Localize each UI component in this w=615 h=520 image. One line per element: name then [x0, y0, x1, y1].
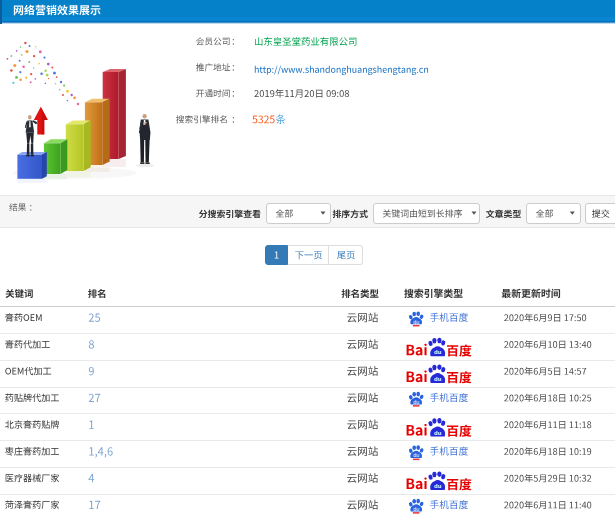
svg-text:du: du	[413, 452, 419, 458]
svg-text:du: du	[434, 349, 442, 355]
svg-text:du: du	[413, 399, 419, 405]
svg-text:du: du	[434, 430, 442, 436]
svg-text:du: du	[434, 376, 442, 382]
svg-text:du: du	[413, 506, 419, 512]
svg-text:du: du	[434, 483, 442, 489]
svg-text:du: du	[413, 319, 419, 325]
